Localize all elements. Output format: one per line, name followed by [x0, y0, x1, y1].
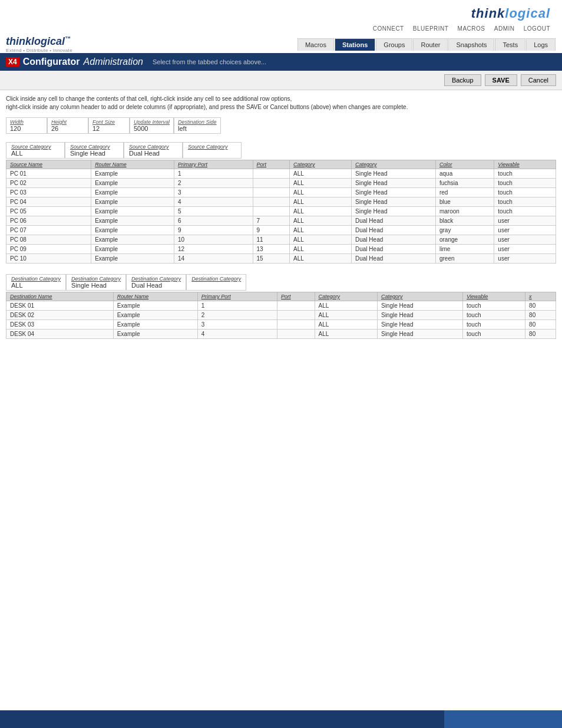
source-table-cell[interactable] [253, 169, 290, 179]
source-table-cell[interactable]: Example [91, 207, 174, 216]
destination-table-cell[interactable]: DESK 04 [6, 330, 114, 339]
source-table-cell[interactable]: ALL [290, 179, 352, 188]
source-table-cell[interactable]: ALL [290, 245, 352, 254]
source-table-row[interactable]: PC 09Example1213ALLDual Headlimeuser [6, 245, 556, 254]
col-category1[interactable]: Category [290, 160, 352, 169]
tab-macros[interactable]: Macros [297, 38, 334, 51]
source-table-cell[interactable]: touch [494, 197, 556, 207]
source-table-cell[interactable]: 5 [174, 207, 253, 216]
source-table-cell[interactable]: Dual Head [352, 235, 436, 245]
source-table-cell[interactable]: user [494, 216, 556, 226]
setting-height[interactable]: Height 26 [47, 117, 88, 134]
source-table-cell[interactable]: 11 [253, 235, 290, 245]
source-table-cell[interactable]: Example [91, 188, 174, 197]
backup-button[interactable]: Backup [444, 74, 481, 86]
tab-router[interactable]: Router [413, 38, 448, 51]
source-table-cell[interactable]: 10 [174, 235, 253, 245]
destination-table-cell[interactable]: DESK 02 [6, 311, 114, 320]
source-table-cell[interactable]: PC 09 [6, 245, 91, 254]
source-table-cell[interactable]: ALL [290, 188, 352, 197]
source-table-row[interactable]: PC 07Example99ALLDual Headgrayuser [6, 226, 556, 235]
setting-destination-side[interactable]: Destination Side left [174, 117, 221, 134]
destination-table-cell[interactable] [277, 320, 315, 330]
source-table-row[interactable]: PC 08Example1011ALLDual Headorangeuser [6, 235, 556, 245]
setting-font-size[interactable]: Font Size 12 [88, 117, 130, 134]
source-table-cell[interactable]: PC 10 [6, 254, 91, 263]
source-table-cell[interactable]: user [494, 226, 556, 235]
source-table-cell[interactable]: PC 04 [6, 197, 91, 207]
destination-table-cell[interactable]: Example [113, 301, 197, 311]
source-table-cell[interactable]: Example [91, 226, 174, 235]
source-table-cell[interactable]: maroon [435, 207, 494, 216]
source-table-cell[interactable]: ALL [290, 169, 352, 179]
source-table-cell[interactable]: Single Head [352, 188, 436, 197]
source-table-cell[interactable] [253, 197, 290, 207]
source-table-cell[interactable]: 3 [174, 188, 253, 197]
col-dest-category2[interactable]: Category [377, 292, 462, 301]
destination-table-row[interactable]: DESK 02Example2ALLSingle Headtouch80 [6, 311, 556, 320]
source-table-row[interactable]: PC 10Example1415ALLDual Headgreenuser [6, 254, 556, 263]
source-table-cell[interactable]: PC 05 [6, 207, 91, 216]
destination-table-cell[interactable]: 4 [197, 330, 277, 339]
source-table-cell[interactable]: black [435, 216, 494, 226]
destination-table-cell[interactable]: touch [463, 311, 525, 320]
source-cat-single[interactable]: Source Category Single Head [65, 142, 124, 159]
col-category2[interactable]: Category [352, 160, 436, 169]
col-color[interactable]: Color [435, 160, 494, 169]
source-table-row[interactable]: PC 06Example67ALLDual Headblackuser [6, 216, 556, 226]
col-port[interactable]: Port [253, 160, 290, 169]
destination-table-cell[interactable]: 80 [525, 301, 556, 311]
source-table-cell[interactable]: ALL [290, 254, 352, 263]
save-button[interactable]: SAVE [485, 74, 517, 86]
col-source-name[interactable]: Source Name [6, 160, 91, 169]
source-table-cell[interactable]: Single Head [352, 179, 436, 188]
col-dest-name[interactable]: Destination Name [6, 292, 114, 301]
setting-update-interval[interactable]: Update Interval 5000 [130, 117, 174, 134]
source-table-cell[interactable]: touch [494, 188, 556, 197]
source-table-cell[interactable]: Example [91, 216, 174, 226]
source-table-cell[interactable] [253, 188, 290, 197]
source-table-cell[interactable]: ALL [290, 216, 352, 226]
col-dest-x[interactable]: x [525, 292, 556, 301]
source-table-cell[interactable]: 9 [174, 226, 253, 235]
source-table-cell[interactable]: user [494, 235, 556, 245]
destination-table-cell[interactable]: Example [113, 311, 197, 320]
source-table-row[interactable]: PC 05Example5ALLSingle Headmaroontouch [6, 207, 556, 216]
destination-table-cell[interactable]: 80 [525, 320, 556, 330]
cancel-button[interactable]: Cancel [521, 74, 556, 86]
destination-table-cell[interactable] [277, 301, 315, 311]
source-table-cell[interactable]: Example [91, 197, 174, 207]
source-table-cell[interactable]: Dual Head [352, 216, 436, 226]
destination-table-cell[interactable] [277, 330, 315, 339]
destination-table-cell[interactable]: DESK 01 [6, 301, 114, 311]
source-table-cell[interactable]: 15 [253, 254, 290, 263]
destination-table-cell[interactable]: Single Head [377, 311, 462, 320]
source-table-cell[interactable]: Example [91, 169, 174, 179]
source-table-cell[interactable]: touch [494, 169, 556, 179]
source-table-cell[interactable]: Dual Head [352, 245, 436, 254]
destination-table-row[interactable]: DESK 03Example3ALLSingle Headtouch80 [6, 320, 556, 330]
destination-table-cell[interactable]: 80 [525, 311, 556, 320]
col-primary-port[interactable]: Primary Port [174, 160, 253, 169]
destination-table-cell[interactable]: 80 [525, 330, 556, 339]
source-table-cell[interactable]: PC 02 [6, 179, 91, 188]
source-table-row[interactable]: PC 01Example1ALLSingle Headaquatouch [6, 169, 556, 179]
dest-cat-single[interactable]: Destination Category Single Head [66, 274, 126, 291]
source-table-row[interactable]: PC 03Example3ALLSingle Headredtouch [6, 188, 556, 197]
source-table-cell[interactable]: red [435, 188, 494, 197]
dest-cat-all[interactable]: Destination Category ALL [6, 274, 66, 291]
source-table-cell[interactable]: lime [435, 245, 494, 254]
source-table-cell[interactable]: Example [91, 245, 174, 254]
tab-stations[interactable]: Stations [335, 38, 375, 51]
source-table-cell[interactable]: PC 03 [6, 188, 91, 197]
source-table-cell[interactable]: 1 [174, 169, 253, 179]
destination-table-cell[interactable]: 1 [197, 301, 277, 311]
destination-table-row[interactable]: DESK 01Example1ALLSingle Headtouch80 [6, 301, 556, 311]
source-table-cell[interactable]: Example [91, 235, 174, 245]
destination-table-cell[interactable]: Example [113, 330, 197, 339]
col-dest-port[interactable]: Port [277, 292, 315, 301]
destination-table-cell[interactable]: touch [463, 301, 525, 311]
col-dest-primary-port[interactable]: Primary Port [197, 292, 277, 301]
source-table-cell[interactable]: ALL [290, 207, 352, 216]
source-cat-all[interactable]: Source Category ALL [6, 142, 65, 159]
